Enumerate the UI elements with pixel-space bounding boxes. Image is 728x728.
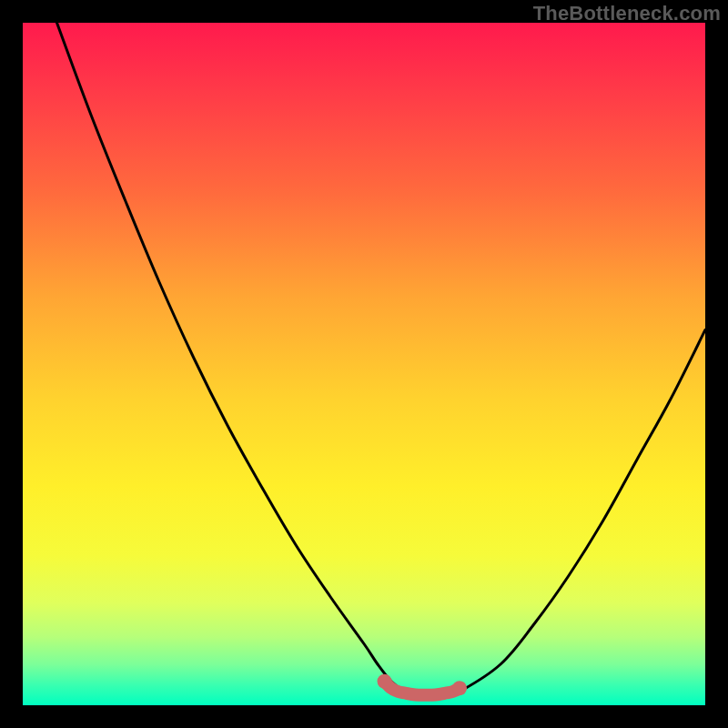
chart-frame: TheBottleneck.com — [0, 0, 728, 728]
plot-area — [23, 23, 705, 705]
optimal-zone-endpoint — [378, 674, 392, 689]
optimal-zone-overlay — [385, 682, 460, 695]
optimal-zone-endpoint — [452, 681, 467, 695]
bottleneck-curve — [57, 23, 706, 695]
chart-svg — [23, 23, 705, 705]
